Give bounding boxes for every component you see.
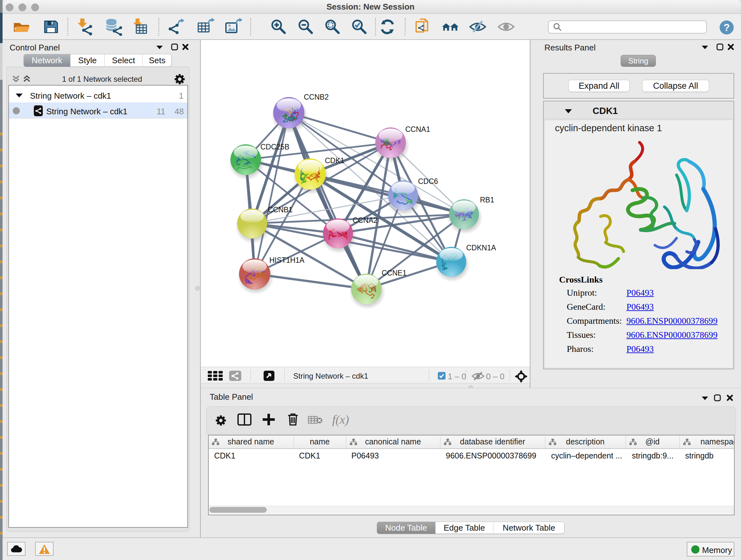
svg-text:CDC6: CDC6	[418, 177, 438, 186]
svg-text:CCNA2: CCNA2	[353, 216, 378, 225]
svg-text:CCNB1: CCNB1	[268, 206, 293, 214]
svg-text:CDKN1A: CDKN1A	[466, 244, 496, 252]
svg-text:CDC25B: CDC25B	[260, 143, 289, 151]
svg-text:CCNB2: CCNB2	[304, 93, 329, 101]
svg-text:HIST1H1A: HIST1H1A	[269, 256, 305, 264]
svg-text:CDK1: CDK1	[325, 157, 344, 165]
svg-text:CCNE1: CCNE1	[382, 269, 407, 277]
svg-text:RB1: RB1	[480, 196, 494, 204]
svg-text:CCNA1: CCNA1	[405, 125, 430, 133]
